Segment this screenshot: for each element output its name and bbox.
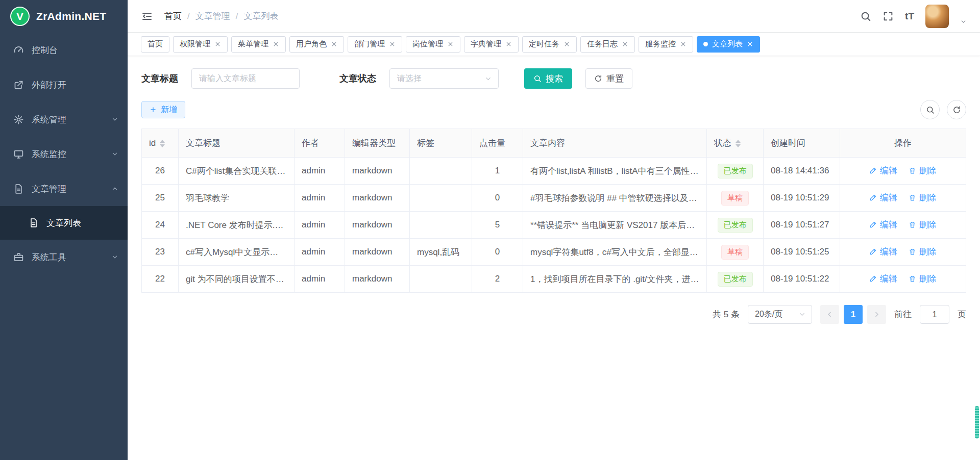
breadcrumb-item[interactable]: 文章管理 bbox=[195, 10, 230, 22]
close-icon[interactable] bbox=[214, 41, 221, 47]
delete-label: 删除 bbox=[919, 246, 937, 258]
next-page-button[interactable] bbox=[867, 305, 886, 324]
sort-asc-icon[interactable] bbox=[160, 140, 165, 143]
tab-dept[interactable]: 部门管理 bbox=[348, 36, 402, 53]
delete-button[interactable]: 删除 bbox=[909, 165, 937, 176]
column-header-content: 文章内容 bbox=[523, 129, 707, 158]
sort-icon[interactable] bbox=[160, 140, 165, 147]
logo-letter: V bbox=[16, 10, 23, 22]
breadcrumb-item[interactable]: 文章列表 bbox=[243, 10, 278, 22]
close-icon[interactable] bbox=[447, 41, 454, 47]
delete-button[interactable]: 删除 bbox=[909, 273, 937, 285]
chevron-down-icon bbox=[111, 253, 118, 261]
close-icon[interactable] bbox=[331, 41, 337, 47]
tab-menu[interactable]: 菜单管理 bbox=[231, 36, 286, 53]
tab-label: 任务日志 bbox=[587, 39, 618, 49]
tab-server-monitor[interactable]: 服务监控 bbox=[639, 36, 693, 53]
close-icon[interactable] bbox=[622, 41, 628, 47]
table-header-row: id文章标题作者编辑器类型标签点击量文章内容状态创建时间操作 bbox=[142, 129, 966, 158]
tab-job-log[interactable]: 任务日志 bbox=[580, 36, 635, 53]
edit-button[interactable]: 编辑 bbox=[869, 219, 897, 231]
tab-perm[interactable]: 权限管理 bbox=[173, 36, 228, 53]
article-status-label: 文章状态 bbox=[339, 72, 376, 85]
prev-page-button[interactable] bbox=[820, 305, 839, 324]
sidebar-item-system-tools[interactable]: 系统工具 bbox=[0, 240, 128, 274]
scrollbar-thumb[interactable] bbox=[975, 406, 979, 439]
tab-label: 字典管理 bbox=[471, 39, 501, 49]
tab-label: 用户角色 bbox=[296, 39, 327, 49]
delete-button[interactable]: 删除 bbox=[909, 192, 937, 203]
page-size-select[interactable]: 20条/页 bbox=[748, 305, 812, 324]
sidebar-item-system-monitor[interactable]: 系统监控 bbox=[0, 137, 128, 171]
column-header-id[interactable]: id bbox=[142, 129, 179, 158]
tab-dict[interactable]: 字典管理 bbox=[464, 36, 519, 53]
search-button[interactable]: 搜索 bbox=[524, 68, 572, 89]
status-badge: 已发布 bbox=[718, 164, 753, 178]
cell-tags bbox=[410, 158, 472, 185]
toggle-search-button[interactable] bbox=[920, 100, 940, 119]
close-icon[interactable] bbox=[389, 41, 396, 47]
sort-desc-icon[interactable] bbox=[160, 144, 165, 147]
add-button-label: 新增 bbox=[161, 105, 177, 115]
edit-button[interactable]: 编辑 bbox=[869, 165, 897, 176]
sort-asc-icon[interactable] bbox=[736, 140, 741, 143]
cell-tags bbox=[410, 212, 472, 239]
close-icon[interactable] bbox=[680, 41, 687, 47]
sort-desc-icon[interactable] bbox=[736, 144, 741, 147]
tab-post[interactable]: 岗位管理 bbox=[406, 36, 460, 53]
delete-icon bbox=[909, 167, 916, 174]
sidebar-subitem-article-list[interactable]: 文章列表 bbox=[0, 206, 128, 240]
app-title: ZrAdmin.NET bbox=[36, 10, 106, 22]
user-avatar[interactable] bbox=[925, 5, 949, 28]
app-logo[interactable]: V ZrAdmin.NET bbox=[0, 0, 128, 33]
article-status-select[interactable]: 请选择 bbox=[389, 68, 499, 89]
refresh-table-button[interactable] bbox=[947, 100, 966, 119]
column-label: 文章标题 bbox=[186, 138, 220, 148]
edit-button[interactable]: 编辑 bbox=[869, 246, 897, 258]
monitor-icon bbox=[13, 149, 24, 160]
user-menu-caret-icon[interactable] bbox=[960, 18, 967, 25]
sidebar-item-article-admin[interactable]: 文章管理 bbox=[0, 171, 128, 206]
cell-title: c#写入Mysql中文显示乱码 ... bbox=[179, 239, 295, 266]
font-size-icon[interactable]: tT bbox=[905, 11, 914, 22]
close-icon[interactable] bbox=[273, 41, 279, 47]
close-icon[interactable] bbox=[505, 41, 512, 47]
close-icon[interactable] bbox=[747, 41, 753, 47]
table-row: 23c#写入Mysql中文显示乱码 ...adminmarkdownmysql,… bbox=[142, 239, 966, 266]
delete-button[interactable]: 删除 bbox=[909, 246, 937, 258]
column-label: 标签 bbox=[417, 138, 434, 148]
column-header-status[interactable]: 状态 bbox=[707, 129, 764, 158]
article-title-input[interactable] bbox=[191, 68, 300, 89]
edit-button[interactable]: 编辑 bbox=[869, 273, 897, 285]
close-icon[interactable] bbox=[564, 41, 570, 47]
select-placeholder: 请选择 bbox=[397, 73, 422, 84]
breadcrumb-item[interactable]: 首页 bbox=[164, 10, 182, 22]
sidebar-collapse-icon[interactable] bbox=[141, 10, 153, 22]
table-row: 26C#两个list集合实现关联，...adminmarkdown1有两个lis… bbox=[142, 158, 966, 185]
cell-id: 24 bbox=[142, 212, 179, 239]
sort-icon[interactable] bbox=[736, 140, 741, 147]
sidebar-item-console[interactable]: 控制台 bbox=[0, 33, 128, 67]
search-icon[interactable] bbox=[860, 11, 871, 22]
reset-button-label: 重置 bbox=[606, 73, 624, 85]
edit-button[interactable]: 编辑 bbox=[869, 192, 897, 203]
column-label: 点击量 bbox=[479, 138, 505, 148]
reset-button[interactable]: 重置 bbox=[585, 68, 632, 89]
sidebar-item-system-admin[interactable]: 系统管理 bbox=[0, 102, 128, 137]
goto-page-input[interactable] bbox=[920, 305, 949, 324]
tab-home[interactable]: 首页 bbox=[141, 36, 169, 53]
column-header-editor: 编辑器类型 bbox=[345, 129, 410, 158]
tab-job[interactable]: 定时任务 bbox=[522, 36, 577, 53]
cell-author: admin bbox=[295, 158, 345, 185]
current-page-button[interactable]: 1 bbox=[844, 305, 863, 324]
tab-article-list[interactable]: 文章列表 bbox=[697, 36, 760, 53]
add-button[interactable]: 新增 bbox=[141, 101, 185, 118]
cell-status: 草稿 bbox=[707, 239, 764, 266]
column-label: id bbox=[149, 138, 156, 148]
dashboard-icon bbox=[13, 45, 24, 56]
delete-button[interactable]: 删除 bbox=[909, 219, 937, 231]
fullscreen-icon[interactable] bbox=[883, 11, 894, 22]
cell-actions: 编辑删除 bbox=[840, 266, 966, 293]
sidebar-item-external-open[interactable]: 外部打开 bbox=[0, 67, 128, 102]
tab-user-role[interactable]: 用户角色 bbox=[289, 36, 344, 53]
